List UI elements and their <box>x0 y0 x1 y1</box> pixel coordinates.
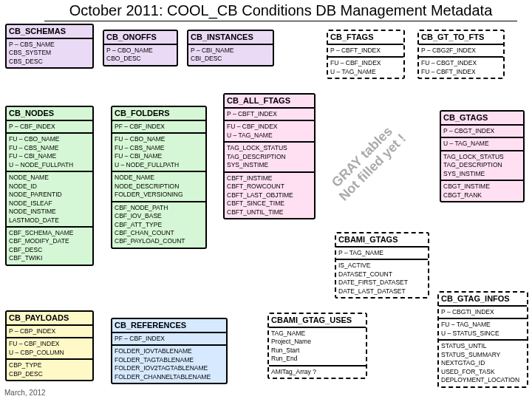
box-cb-gt-to-fts: CB_GT_TO_FTS P – CBG2F_INDEX FU – CBGT_I… <box>417 30 505 79</box>
box-cb-schemas: CB_SCHEMAS P – CBS_NAME CBS_SYSTEM CBS_D… <box>5 24 94 69</box>
hdr-cb-onoffs: CB_ONOFFS <box>104 31 177 45</box>
box-cb-references: CB_REFERENCES PF – CBF_INDEX FOLDER_IOVT… <box>111 318 228 384</box>
box-cb-nodes: CB_NODES P – CBF_INDEX FU – CBO_NAME FU … <box>5 106 94 266</box>
hdr-cb-gt-to-fts: CB_GT_TO_FTS <box>419 31 503 45</box>
hdr-cbami-gtags: CBAMI_GTAGS <box>336 233 428 248</box>
hdr-cb-ftags: CB_FTAGS <box>328 31 403 45</box>
footer-date: March, 2012 <box>4 389 46 397</box>
sect: P – CBS_NAME CBS_SYSTEM CBS_DESC <box>7 39 92 67</box>
hdr-cb-schemas: CB_SCHEMAS <box>7 25 92 39</box>
box-cbami-gtag-uses: CBAMI_GTAG_USES TAG_NAME Project_Name Ru… <box>267 313 367 379</box>
watermark: GRAY tables Not filled yet ! <box>326 121 409 204</box>
hdr-cb-gtag-infos: CB_GTAG_INFOS <box>439 293 527 307</box>
hdr-cb-folders: CB_FOLDERS <box>112 107 205 121</box>
hdr-cbami-gtag-uses: CBAMI_GTAG_USES <box>269 314 366 328</box>
box-cb-folders: CB_FOLDERS PF – CBF_INDEX FU – CBO_NAME … <box>111 106 207 249</box>
hdr-cb-nodes: CB_NODES <box>7 107 92 121</box>
hdr-cb-instances: CB_INSTANCES <box>188 31 273 45</box>
box-cb-all-ftags: CB_ALL_FTAGS P – CBFT_INDEX FU – CBF_IND… <box>223 93 316 219</box>
box-cbami-gtags: CBAMI_GTAGS P – TAG_NAME IS_ACTIVE DATAS… <box>335 232 429 299</box>
box-cb-payloads: CB_PAYLOADS P – CBP_INDEX FU – CBF_INDEX… <box>5 310 94 381</box>
box-cb-gtags: CB_GTAGS P – CBGT_INDEX U – TAG_NAME TAG… <box>440 110 525 202</box>
box-cb-ftags: CB_FTAGS P – CBFT_INDEX FU – CBF_INDEX U… <box>327 30 405 79</box>
hdr-cb-gtags: CB_GTAGS <box>441 112 523 126</box>
box-cb-onoffs: CB_ONOFFS P – CBO_NAME CBO_DESC <box>103 30 178 66</box>
page-title: October 2011: COOL_CB Conditions DB Mana… <box>44 2 517 21</box>
box-cb-gtag-infos: CB_GTAG_INFOS P – CBGTI_INDEX FU – TAG_N… <box>437 291 528 388</box>
box-cb-instances: CB_INSTANCES P – CBI_NAME CBI_DESC <box>187 30 274 66</box>
hdr-cb-references: CB_REFERENCES <box>112 319 226 333</box>
hdr-cb-payloads: CB_PAYLOADS <box>7 312 92 326</box>
hdr-cb-all-ftags: CB_ALL_FTAGS <box>225 95 314 109</box>
